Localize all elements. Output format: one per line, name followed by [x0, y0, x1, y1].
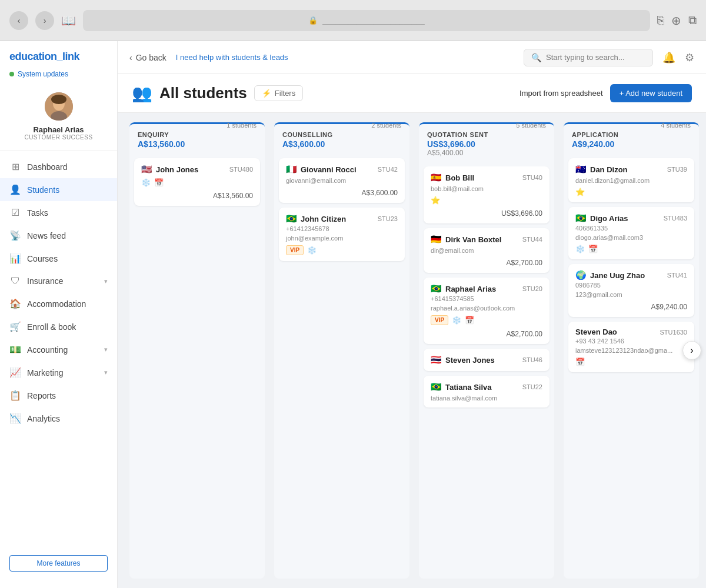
card-email: dir@email.com: [431, 247, 542, 254]
help-link[interactable]: I need help with students & leads: [176, 53, 288, 62]
card-steven-jones[interactable]: 🇹🇭 Steven Jones STU46: [424, 349, 550, 371]
vip-badge: VIP: [431, 315, 448, 325]
vip-badge: VIP: [286, 245, 304, 255]
star-icon: ⭐: [431, 196, 440, 205]
column-application: APPLICATION 4 students A$9,240.00 🇦🇺 Dan…: [564, 122, 699, 579]
header-actions: Import from spreadsheet + Add new studen…: [519, 84, 692, 102]
analytics-icon: 📉: [9, 413, 21, 424]
calendar-icon: 📅: [465, 316, 474, 325]
freeze-icon: ❄️: [141, 178, 151, 187]
back-button[interactable]: ‹: [9, 11, 28, 30]
main-content: ‹ Go back I need help with students & le…: [118, 41, 706, 588]
card-bob-bill[interactable]: 🇪🇸 Bob Bill STU40 bob.bill@mail.com ⭐ US…: [424, 166, 550, 223]
card-header: 🇧🇷 Digo Arias STU483: [575, 213, 687, 223]
back-button[interactable]: ‹ Go back: [129, 53, 166, 62]
flag-icon: 🇹🇭: [431, 355, 442, 365]
sidebar-label-accommodation: Accommodation: [27, 299, 86, 309]
card-dan-dizon[interactable]: 🇦🇺 Dan Dizon STU39 daniel.dizon1@gmail.c…: [568, 158, 694, 202]
back-label: Go back: [136, 53, 166, 62]
column-quotation-count: 5 students: [516, 122, 546, 129]
column-enquiry-title: ENQUIRY: [138, 131, 257, 138]
settings-icon[interactable]: ⚙: [685, 51, 694, 64]
card-phone: +93 43 242 1546: [575, 338, 687, 345]
user-profile: Raphael Arias Customer Success: [0, 85, 117, 151]
card-email: daniel.dizon1@gmail.com: [575, 177, 687, 184]
card-giovanni-rocci[interactable]: 🇮🇹 Giovanni Rocci STU42 giovanni@email.c…: [279, 158, 405, 203]
sidebar-item-analytics[interactable]: 📉 Analytics: [0, 407, 117, 430]
sidebar-item-accounting[interactable]: 💵 Accounting ▾: [0, 338, 117, 361]
enroll-book-icon: 🛒: [9, 321, 21, 332]
card-badges: ❄️ 📅: [141, 178, 253, 187]
card-id: STU480: [229, 166, 253, 173]
profile-name: Raphael Arias: [33, 125, 84, 134]
topbar: ‹ Go back I need help with students & le…: [118, 41, 706, 74]
card-id: STU1630: [660, 329, 687, 336]
card-john-citizen[interactable]: 🇧🇷 John Citizen STU23 +61412345678 john@…: [279, 208, 405, 261]
sidebar-item-reports[interactable]: 📋 Reports: [0, 384, 117, 407]
card-name: 🇹🇭 Steven Jones: [431, 355, 495, 365]
card-id: STU42: [378, 166, 398, 173]
clipboard-icon[interactable]: ⎘: [657, 14, 664, 27]
sidebar-item-dashboard[interactable]: ⊞ Dashboard: [0, 155, 117, 178]
card-email: giovanni@email.com: [286, 177, 398, 184]
card-id: STU23: [378, 215, 398, 222]
card-phone: +61415374585: [431, 295, 542, 302]
card-id: STU46: [522, 356, 542, 363]
card-tatiana-silva[interactable]: 🇧🇷 Tatiana Silva STU22 tatiana.silva@mai…: [424, 376, 550, 407]
notification-icon[interactable]: 🔔: [662, 51, 675, 64]
card-badges: ❄️ 📅: [575, 245, 687, 253]
card-header: 🇧🇷 Raphael Arias STU20: [431, 283, 542, 294]
calendar-icon: 📅: [588, 245, 598, 253]
accounting-icon: 💵: [9, 344, 21, 355]
filter-icon: ⚡: [262, 89, 271, 98]
bookmark-icon[interactable]: 📖: [61, 14, 76, 28]
forward-button[interactable]: ›: [35, 11, 54, 30]
system-updates[interactable]: System updates: [0, 68, 117, 85]
card-header: 🇩🇪 Dirk Van Boxtel STU44: [431, 234, 542, 245]
kanban-board: ENQUIRY 1 students A$13,560.00 🇺🇸 John J…: [118, 113, 706, 588]
sidebar-item-accommodation[interactable]: 🏠 Accommodation: [0, 292, 117, 315]
column-enquiry: ENQUIRY 1 students A$13,560.00 🇺🇸 John J…: [129, 122, 265, 579]
column-enquiry-count: 1 students: [227, 122, 257, 129]
sidebar-item-insurance[interactable]: 🛡 Insurance ▾: [0, 270, 117, 292]
card-dirk-van-boxtel[interactable]: 🇩🇪 Dirk Van Boxtel STU44 dir@email.com A…: [424, 228, 550, 273]
column-enquiry-cards: 🇺🇸 John Jones STU480 ❄️ 📅 A$13,560.00: [129, 153, 265, 579]
dashboard-icon: ⊞: [9, 161, 21, 172]
card-steven-dao[interactable]: Steven Dao STU1630 +93 43 242 1546 iamst…: [568, 322, 694, 372]
back-chevron-icon: ‹: [129, 53, 132, 62]
insurance-icon: 🛡: [9, 276, 21, 286]
search-input[interactable]: [546, 53, 645, 62]
card-email: raphael.a.arias@outlook.com: [431, 305, 542, 312]
card-john-jones[interactable]: 🇺🇸 John Jones STU480 ❄️ 📅 A$13,560.00: [134, 158, 260, 206]
window-icon[interactable]: ⧉: [688, 14, 697, 27]
card-raphael-arias[interactable]: 🇧🇷 Raphael Arias STU20 +61415374585 raph…: [424, 278, 550, 344]
import-button[interactable]: Import from spreadsheet: [519, 89, 603, 98]
address-bar[interactable]: 🔒 ________________________: [83, 10, 650, 31]
scroll-right-button[interactable]: ›: [682, 341, 701, 360]
sidebar-item-tasks[interactable]: ☑ Tasks: [0, 201, 117, 224]
sidebar-item-enroll-book[interactable]: 🛒 Enroll & book: [0, 315, 117, 338]
filter-button[interactable]: ⚡ Filters: [254, 85, 303, 101]
freeze-icon: ❄️: [575, 245, 585, 253]
card-amount: A$9,240.00: [575, 303, 687, 311]
chevron-down-icon: ▾: [104, 369, 108, 376]
card-digo-arias[interactable]: 🇧🇷 Digo Arias STU483 406861335 diogo.ari…: [568, 207, 694, 259]
add-student-button[interactable]: + Add new student: [610, 84, 692, 102]
new-tab-icon[interactable]: ⊕: [671, 14, 681, 28]
sidebar-item-news-feed[interactable]: 📡 News feed: [0, 224, 117, 247]
sidebar-item-marketing[interactable]: 📈 Marketing ▾: [0, 361, 117, 384]
more-features-button[interactable]: More features: [9, 555, 108, 572]
url-text: ________________________: [322, 16, 425, 25]
browser-actions: ⎘ ⊕ ⧉: [657, 14, 697, 28]
freeze-icon: ❄️: [452, 316, 461, 325]
filter-label: Filters: [275, 89, 295, 98]
sidebar-item-courses[interactable]: 📊 Courses: [0, 247, 117, 270]
sidebar-item-students[interactable]: 👤 Students: [0, 178, 117, 201]
column-quotation-amount: US$3,696.00: [427, 139, 546, 149]
card-jane-uug-zhao[interactable]: 🌍 Jane Uug Zhao STU41 0986785 123@gmail.…: [568, 264, 694, 317]
card-name: 🇧🇷 John Citizen: [286, 213, 346, 224]
card-header: Steven Dao STU1630: [575, 328, 687, 336]
svg-point-2: [51, 95, 66, 104]
search-bar[interactable]: 🔍: [524, 49, 653, 66]
card-header: 🇮🇹 Giovanni Rocci STU42: [286, 164, 398, 175]
